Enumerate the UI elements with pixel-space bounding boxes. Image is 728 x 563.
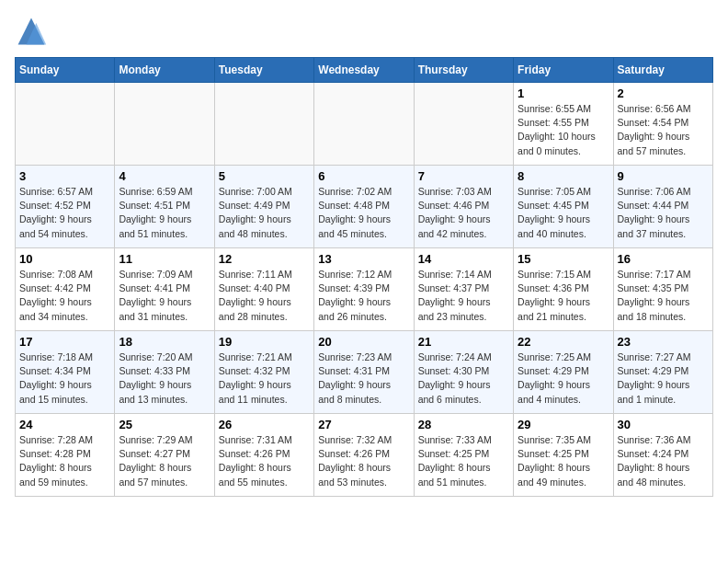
calendar-cell: 7Sunrise: 7:03 AM Sunset: 4:46 PM Daylig… [414, 166, 513, 248]
day-info: Sunrise: 7:03 AM Sunset: 4:46 PM Dayligh… [418, 185, 509, 241]
day-info: Sunrise: 6:59 AM Sunset: 4:51 PM Dayligh… [119, 185, 210, 241]
day-number: 7 [418, 169, 509, 183]
calendar-cell: 28Sunrise: 7:33 AM Sunset: 4:25 PM Dayli… [414, 414, 513, 497]
calendar-cell: 25Sunrise: 7:29 AM Sunset: 4:27 PM Dayli… [115, 414, 214, 497]
calendar-week-2: 10Sunrise: 7:08 AM Sunset: 4:42 PM Dayli… [16, 248, 713, 331]
day-info: Sunrise: 7:00 AM Sunset: 4:49 PM Dayligh… [219, 185, 310, 241]
calendar-cell [214, 83, 313, 166]
day-number: 18 [119, 335, 210, 349]
calendar-cell: 8Sunrise: 7:05 AM Sunset: 4:45 PM Daylig… [514, 166, 613, 248]
day-info: Sunrise: 7:25 AM Sunset: 4:29 PM Dayligh… [518, 350, 609, 407]
calendar-cell: 20Sunrise: 7:23 AM Sunset: 4:31 PM Dayli… [314, 331, 414, 414]
day-info: Sunrise: 6:55 AM Sunset: 4:55 PM Dayligh… [518, 102, 609, 158]
weekday-header-monday: Monday [115, 58, 214, 83]
day-number: 14 [418, 252, 509, 266]
weekday-header-sunday: Sunday [16, 58, 115, 83]
calendar-week-4: 24Sunrise: 7:28 AM Sunset: 4:28 PM Dayli… [16, 414, 713, 497]
day-info: Sunrise: 7:24 AM Sunset: 4:30 PM Dayligh… [418, 350, 509, 407]
calendar-cell: 2Sunrise: 6:56 AM Sunset: 4:54 PM Daylig… [613, 83, 712, 166]
day-info: Sunrise: 7:32 AM Sunset: 4:26 PM Dayligh… [318, 433, 409, 489]
day-info: Sunrise: 7:28 AM Sunset: 4:28 PM Dayligh… [19, 433, 110, 489]
day-info: Sunrise: 7:12 AM Sunset: 4:39 PM Dayligh… [318, 268, 409, 324]
calendar-cell: 13Sunrise: 7:12 AM Sunset: 4:39 PM Dayli… [314, 248, 414, 331]
day-number: 4 [119, 169, 210, 183]
weekday-header-friday: Friday [514, 58, 613, 83]
day-number: 11 [119, 252, 210, 266]
day-number: 6 [318, 169, 409, 183]
page-header [15, 15, 713, 48]
day-info: Sunrise: 7:21 AM Sunset: 4:32 PM Dayligh… [219, 350, 310, 407]
calendar-week-1: 3Sunrise: 6:57 AM Sunset: 4:52 PM Daylig… [16, 166, 713, 248]
calendar-cell: 9Sunrise: 7:06 AM Sunset: 4:44 PM Daylig… [613, 166, 712, 248]
weekday-header-thursday: Thursday [414, 58, 513, 83]
day-info: Sunrise: 7:36 AM Sunset: 4:24 PM Dayligh… [618, 433, 709, 489]
day-number: 16 [618, 252, 709, 266]
day-number: 28 [418, 418, 509, 431]
day-info: Sunrise: 7:23 AM Sunset: 4:31 PM Dayligh… [318, 350, 409, 407]
calendar-cell: 17Sunrise: 7:18 AM Sunset: 4:34 PM Dayli… [16, 331, 115, 414]
calendar-cell: 29Sunrise: 7:35 AM Sunset: 4:25 PM Dayli… [514, 414, 613, 497]
day-info: Sunrise: 7:18 AM Sunset: 4:34 PM Dayligh… [19, 350, 110, 407]
day-info: Sunrise: 7:05 AM Sunset: 4:45 PM Dayligh… [518, 185, 609, 241]
calendar-cell: 11Sunrise: 7:09 AM Sunset: 4:41 PM Dayli… [115, 248, 214, 331]
day-info: Sunrise: 7:31 AM Sunset: 4:26 PM Dayligh… [219, 433, 310, 489]
calendar-cell [314, 83, 414, 166]
calendar-cell: 27Sunrise: 7:32 AM Sunset: 4:26 PM Dayli… [314, 414, 414, 497]
calendar-cell: 1Sunrise: 6:55 AM Sunset: 4:55 PM Daylig… [514, 83, 613, 166]
day-info: Sunrise: 7:06 AM Sunset: 4:44 PM Dayligh… [618, 185, 709, 241]
day-info: Sunrise: 7:33 AM Sunset: 4:25 PM Dayligh… [418, 433, 509, 489]
calendar-week-3: 17Sunrise: 7:18 AM Sunset: 4:34 PM Dayli… [16, 331, 713, 414]
calendar-cell [115, 83, 214, 166]
day-number: 13 [318, 252, 409, 266]
weekday-header-saturday: Saturday [613, 58, 712, 83]
day-info: Sunrise: 7:20 AM Sunset: 4:33 PM Dayligh… [119, 350, 210, 407]
day-info: Sunrise: 7:27 AM Sunset: 4:29 PM Dayligh… [618, 350, 709, 407]
calendar-cell: 23Sunrise: 7:27 AM Sunset: 4:29 PM Dayli… [613, 331, 712, 414]
calendar-cell: 22Sunrise: 7:25 AM Sunset: 4:29 PM Dayli… [514, 331, 613, 414]
day-info: Sunrise: 7:02 AM Sunset: 4:48 PM Dayligh… [318, 185, 409, 241]
calendar-cell: 15Sunrise: 7:15 AM Sunset: 4:36 PM Dayli… [514, 248, 613, 331]
calendar-header-row: SundayMondayTuesdayWednesdayThursdayFrid… [16, 58, 713, 83]
calendar-cell: 6Sunrise: 7:02 AM Sunset: 4:48 PM Daylig… [314, 166, 414, 248]
day-number: 10 [19, 252, 110, 266]
calendar-cell: 26Sunrise: 7:31 AM Sunset: 4:26 PM Dayli… [214, 414, 313, 497]
calendar-table: SundayMondayTuesdayWednesdayThursdayFrid… [15, 57, 713, 497]
day-number: 15 [518, 252, 609, 266]
calendar-cell: 3Sunrise: 6:57 AM Sunset: 4:52 PM Daylig… [16, 166, 115, 248]
day-info: Sunrise: 7:35 AM Sunset: 4:25 PM Dayligh… [518, 433, 609, 489]
calendar-cell: 24Sunrise: 7:28 AM Sunset: 4:28 PM Dayli… [16, 414, 115, 497]
weekday-header-tuesday: Tuesday [214, 58, 313, 83]
calendar-cell: 14Sunrise: 7:14 AM Sunset: 4:37 PM Dayli… [414, 248, 513, 331]
day-number: 21 [418, 335, 509, 349]
day-number: 24 [19, 418, 110, 431]
calendar-body: 1Sunrise: 6:55 AM Sunset: 4:55 PM Daylig… [16, 83, 713, 497]
calendar-cell: 16Sunrise: 7:17 AM Sunset: 4:35 PM Dayli… [613, 248, 712, 331]
day-number: 5 [219, 169, 310, 183]
weekday-header-wednesday: Wednesday [314, 58, 414, 83]
day-number: 29 [518, 418, 609, 431]
day-number: 2 [618, 86, 709, 100]
day-info: Sunrise: 7:17 AM Sunset: 4:35 PM Dayligh… [618, 268, 709, 324]
calendar-cell: 5Sunrise: 7:00 AM Sunset: 4:49 PM Daylig… [214, 166, 313, 248]
day-number: 9 [618, 169, 709, 183]
day-number: 12 [219, 252, 310, 266]
calendar-cell: 4Sunrise: 6:59 AM Sunset: 4:51 PM Daylig… [115, 166, 214, 248]
day-info: Sunrise: 6:57 AM Sunset: 4:52 PM Dayligh… [19, 185, 110, 241]
day-number: 20 [318, 335, 409, 349]
logo-icon [15, 15, 48, 48]
day-info: Sunrise: 7:08 AM Sunset: 4:42 PM Dayligh… [19, 268, 110, 324]
calendar-cell: 21Sunrise: 7:24 AM Sunset: 4:30 PM Dayli… [414, 331, 513, 414]
day-info: Sunrise: 6:56 AM Sunset: 4:54 PM Dayligh… [618, 102, 709, 158]
calendar-cell: 12Sunrise: 7:11 AM Sunset: 4:40 PM Dayli… [214, 248, 313, 331]
day-info: Sunrise: 7:29 AM Sunset: 4:27 PM Dayligh… [119, 433, 210, 489]
calendar-cell [414, 83, 513, 166]
day-number: 22 [518, 335, 609, 349]
day-info: Sunrise: 7:15 AM Sunset: 4:36 PM Dayligh… [518, 268, 609, 324]
day-info: Sunrise: 7:09 AM Sunset: 4:41 PM Dayligh… [119, 268, 210, 324]
calendar-cell: 19Sunrise: 7:21 AM Sunset: 4:32 PM Dayli… [214, 331, 313, 414]
day-number: 3 [19, 169, 110, 183]
day-number: 27 [318, 418, 409, 431]
day-number: 26 [219, 418, 310, 431]
calendar-cell [16, 83, 115, 166]
day-number: 30 [618, 418, 709, 431]
